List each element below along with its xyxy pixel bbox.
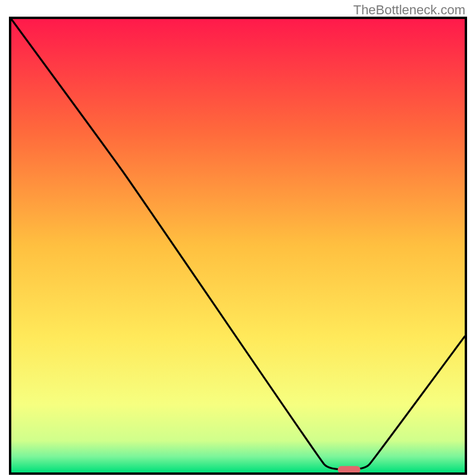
optimal-marker	[338, 466, 361, 472]
chart-frame	[9, 17, 467, 475]
watermark-text: TheBottleneck.com	[353, 2, 465, 18]
gradient-background	[11, 19, 465, 472]
bottleneck-chart	[11, 19, 465, 472]
